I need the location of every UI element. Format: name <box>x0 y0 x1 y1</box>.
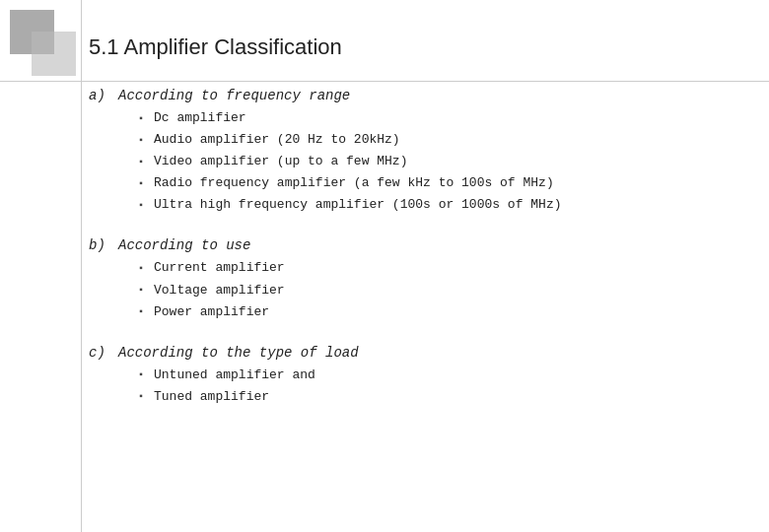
list-item: Voltage amplifier <box>138 280 749 301</box>
section-c-label: c) <box>89 345 118 361</box>
section-b-list: Current amplifier Voltage amplifier Powe… <box>138 257 749 322</box>
section-a: a) According to frequency range Dc ampli… <box>89 88 749 216</box>
section-a-title: According to frequency range <box>118 88 350 103</box>
section-c-list: Untuned amplifier and Tuned amplifier <box>138 365 749 408</box>
section-a-header: a) According to frequency range <box>89 88 749 103</box>
list-item: Power amplifier <box>138 301 749 323</box>
section-b-title: According to use <box>118 237 250 253</box>
section-b-label: b) <box>89 237 118 253</box>
list-item: Ultra high frequency amplifier (100s or … <box>138 194 749 216</box>
decorative-squares <box>10 10 79 79</box>
section-c: c) According to the type of load Untuned… <box>89 345 749 408</box>
section-a-label: a) <box>89 88 118 103</box>
section-a-list: Dc amplifier Audio amplifier (20 Hz to 2… <box>138 107 749 216</box>
list-item: Untuned amplifier and <box>138 365 749 386</box>
list-item: Audio amplifier (20 Hz to 20kHz) <box>138 129 749 151</box>
section-c-header: c) According to the type of load <box>89 345 749 361</box>
main-content: 5.1 Amplifier Classification a) Accordin… <box>89 20 749 430</box>
section-b: b) According to use Current amplifier Vo… <box>89 237 749 322</box>
list-item: Tuned amplifier <box>138 386 749 408</box>
vertical-divider <box>81 0 82 532</box>
deco-square-light <box>32 32 76 76</box>
page-title: 5.1 Amplifier Classification <box>89 34 749 60</box>
list-item: Current amplifier <box>138 257 749 279</box>
list-item: Dc amplifier <box>138 107 749 129</box>
list-item: Radio frequency amplifier (a few kHz to … <box>138 172 749 194</box>
section-c-title: According to the type of load <box>118 345 359 361</box>
list-item: Video amplifier (up to a few MHz) <box>138 151 749 172</box>
section-b-header: b) According to use <box>89 237 749 253</box>
